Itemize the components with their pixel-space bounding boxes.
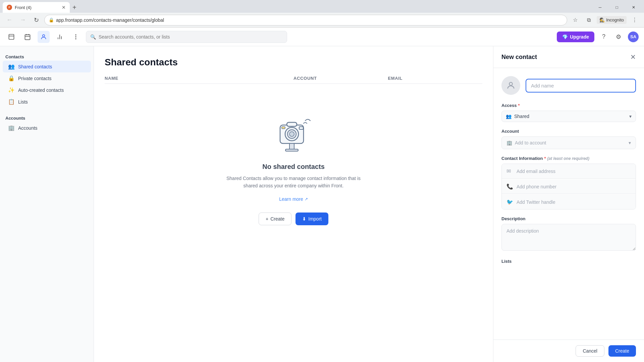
svg-point-10 <box>75 37 76 37</box>
refresh-button[interactable]: ↻ <box>31 15 42 25</box>
account-section: Account 🏢 Add to account ▾ <box>501 129 636 149</box>
cancel-button[interactable]: Cancel <box>576 345 604 357</box>
action-buttons: + Create ⬇ Import <box>259 213 328 225</box>
contacts-icon-btn[interactable] <box>38 31 50 43</box>
access-label: Access * <box>501 103 636 108</box>
svg-rect-20 <box>285 149 298 151</box>
maximize-button[interactable]: □ <box>609 2 625 13</box>
upgrade-button[interactable]: 💎 Upgrade <box>557 32 594 42</box>
create-button[interactable]: + Create <box>259 213 291 225</box>
tab-close-btn[interactable]: ✕ <box>62 5 66 10</box>
app-container: 🔍 💎 Upgrade ? ⚙ SA Contacts 👥 Shared con… <box>0 27 644 362</box>
analytics-icon-btn[interactable] <box>54 31 66 43</box>
account-dropdown[interactable]: 🏢 Add to account ▾ <box>501 136 636 149</box>
address-bar[interactable]: 🔒 app.frontapp.com/contacts-manager/cont… <box>44 15 567 25</box>
search-bar[interactable]: 🔍 <box>86 31 287 43</box>
calendar-icon-btn[interactable] <box>21 31 34 43</box>
minimize-button[interactable]: ─ <box>592 2 608 13</box>
incognito-label: Incognito <box>606 17 624 22</box>
lists-label: Lists <box>18 99 28 105</box>
col-name: Name <box>105 76 293 81</box>
access-chevron-icon: ▾ <box>629 114 632 119</box>
account-label: Account <box>501 129 636 134</box>
upgrade-icon: 💎 <box>562 34 568 40</box>
upgrade-label: Upgrade <box>570 34 589 40</box>
access-dropdown[interactable]: 👥 Shared ▾ <box>501 111 636 122</box>
tab-title: Front (4) <box>15 5 59 10</box>
inbox-icon-btn[interactable] <box>5 31 17 43</box>
tab-favicon: F <box>7 5 12 10</box>
url-display: app.frontapp.com/contacts-manager/contac… <box>56 17 164 23</box>
contact-avatar-placeholder <box>501 76 520 95</box>
empty-state-illustration <box>270 113 317 155</box>
browser-tabbar: F Front (4) ✕ + ─ □ ✕ <box>0 0 644 13</box>
panel-footer: Cancel Create <box>493 340 644 362</box>
svg-rect-18 <box>282 127 285 129</box>
email-input[interactable] <box>517 169 631 174</box>
empty-state-description: Shared Contacts allow you to manage cont… <box>223 175 364 190</box>
empty-state: No shared contacts Shared Contacts allow… <box>105 86 482 252</box>
menu-button[interactable]: ⋮ <box>629 15 640 25</box>
content-area: Shared contacts Name Account Email <box>94 46 493 362</box>
learn-more-link[interactable]: Learn more ↗ <box>279 196 308 202</box>
help-button[interactable]: ? <box>598 32 609 42</box>
access-section: Access * 👥 Shared ▾ <box>501 103 636 122</box>
lock-icon: 🔒 <box>49 17 54 22</box>
bookmark-button[interactable]: ☆ <box>570 15 581 25</box>
lists-section-label: Lists <box>501 259 636 264</box>
contact-header <box>501 76 636 95</box>
email-icon: ✉ <box>506 168 513 174</box>
import-label: Import <box>308 216 322 222</box>
forward-button[interactable]: → <box>17 15 28 25</box>
accounts-label: Accounts <box>18 125 38 131</box>
import-icon: ⬇ <box>302 216 306 222</box>
phone-input[interactable] <box>517 184 631 189</box>
create-plus-icon: + <box>266 216 268 222</box>
incognito-icon: 🕵 <box>599 17 605 22</box>
more-icon-btn[interactable] <box>70 31 82 43</box>
empty-state-title: No shared contacts <box>262 163 325 171</box>
close-button[interactable]: ✕ <box>626 2 641 13</box>
access-shared-icon: 👥 <box>506 114 512 119</box>
extension-button[interactable]: ⧉ <box>583 15 594 25</box>
private-contacts-label: Private contacts <box>18 76 52 81</box>
app-header: 🔍 💎 Upgrade ? ⚙ SA <box>0 27 644 46</box>
account-placeholder: Add to account <box>515 140 546 145</box>
svg-point-21 <box>509 82 512 85</box>
contact-info-section: Contact Information * (at least one requ… <box>501 156 636 209</box>
settings-button[interactable]: ⚙ <box>613 32 624 42</box>
description-label: Description <box>501 216 636 221</box>
create-contact-button[interactable]: Create <box>608 345 636 357</box>
sidebar-item-lists[interactable]: 📋 Lists <box>3 96 91 108</box>
panel-close-button[interactable]: ✕ <box>630 53 636 61</box>
description-textarea[interactable] <box>501 224 636 251</box>
browser-tab-active[interactable]: F Front (4) ✕ <box>3 2 70 13</box>
contact-info-fields: ✉ 📞 🐦 <box>501 164 636 209</box>
sidebar-item-accounts[interactable]: 🏢 Accounts <box>3 122 91 134</box>
twitter-icon: 🐦 <box>506 199 513 205</box>
twitter-input[interactable] <box>517 199 631 205</box>
phone-field-row: 📞 <box>502 179 636 194</box>
sidebar-item-shared-contacts[interactable]: 👥 Shared contacts <box>3 61 91 72</box>
back-button[interactable]: ← <box>4 15 15 25</box>
contact-name-input[interactable] <box>526 79 636 93</box>
phone-icon: 📞 <box>506 183 513 190</box>
sidebar: Contacts 👥 Shared contacts 🔒 Private con… <box>0 46 94 362</box>
incognito-badge: 🕵 Incognito <box>597 16 627 24</box>
panel-body: Access * 👥 Shared ▾ Account <box>493 68 644 340</box>
svg-rect-1 <box>25 35 30 40</box>
learn-more-label: Learn more <box>279 196 303 202</box>
import-button[interactable]: ⬇ Import <box>296 213 328 225</box>
main-layout: Contacts 👥 Shared contacts 🔒 Private con… <box>0 46 644 362</box>
sidebar-item-auto-created-contacts[interactable]: ✨ Auto-created contacts <box>3 84 91 96</box>
table-header: Name Account Email <box>105 76 482 84</box>
new-tab-button[interactable]: + <box>70 2 79 13</box>
page-title: Shared contacts <box>105 57 482 68</box>
search-input[interactable] <box>99 34 283 40</box>
profile-avatar[interactable]: SA <box>628 32 639 42</box>
accounts-icon: 🏢 <box>8 125 15 131</box>
description-section: Description <box>501 216 636 252</box>
sidebar-item-private-contacts[interactable]: 🔒 Private contacts <box>3 72 91 84</box>
account-chevron-icon: ▾ <box>629 140 631 145</box>
contact-info-label: Contact Information * (at least one requ… <box>501 156 636 161</box>
